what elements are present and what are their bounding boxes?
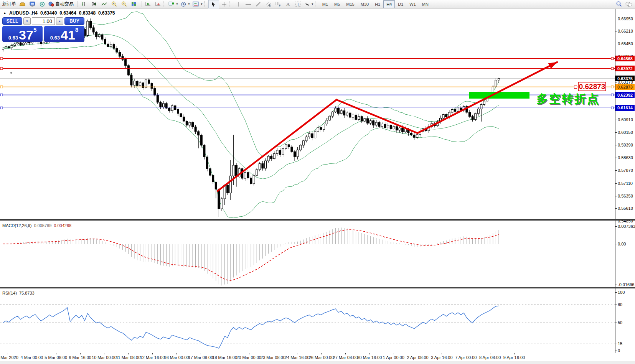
period-icon[interactable]: ▼ [180,0,191,8]
rsi-pane[interactable] [0,305,615,348]
line-handle[interactable] [0,58,3,60]
time-axis-label: 10 Mar 00:00 [92,355,117,360]
macd-pane[interactable] [3,227,499,285]
price-tick-mark [615,221,617,221]
crosshair-icon[interactable] [219,0,229,8]
main-chart-pane[interactable] [0,12,615,217]
line-handle[interactable] [0,86,3,88]
collapse-panel-icon[interactable]: ▲ [3,11,7,15]
timeframe-d1[interactable]: D1 [395,0,406,8]
price-tick-mark [615,208,617,209]
price-tick-mark [615,145,617,145]
price-line-badge: 0.64568 [615,56,635,61]
price-tick-mark [615,31,617,31]
timeframe-mn[interactable]: MN [419,0,432,8]
time-axis-label: 5 Mar 08:00 [45,355,67,360]
line-handle[interactable] [0,107,3,109]
sell-price-button[interactable]: 0.63 37 5 [2,26,43,42]
callout-handle[interactable] [574,86,577,89]
objects-icon[interactable] [153,0,163,8]
time-axis-label: 12 Mar 16:00 [140,355,165,360]
add-indicator-icon[interactable]: ▼ [167,0,180,8]
timeframe-m30[interactable]: M30 [358,0,372,8]
new-order-button[interactable]: 新订单 [1,0,17,8]
price-tick-mark [615,82,617,82]
pane-separator[interactable] [0,287,635,288]
line-handle[interactable] [0,94,3,96]
time-axis-label: 27 Mar 08:00 [333,355,358,360]
indicators-icon[interactable] [143,0,153,8]
deposit-icon[interactable] [17,0,27,8]
timeframe-m1[interactable]: M1 [319,0,331,8]
buy-button[interactable]: BUY [64,17,84,25]
rsi-tick-label: 80 [618,302,622,307]
time-axis-label: 2 Mar 2020 [0,355,18,360]
timeframe-m5[interactable]: M5 [331,0,343,8]
chat-icon[interactable] [624,0,634,8]
volume-decrease-button[interactable]: ▼ [23,17,31,25]
search-icon[interactable] [614,0,624,8]
pane-separator[interactable] [0,219,635,221]
zoom-in-icon[interactable] [109,0,119,8]
chart-header: ▲ AUDUSD-,H4 0.63440 0.63464 0.63348 0.6… [3,10,115,16]
line-handle[interactable] [611,86,614,88]
macd-histogram [3,227,499,285]
cursor-icon[interactable] [208,0,219,8]
macd-tick-mark [615,244,617,244]
line-handle[interactable] [611,58,614,60]
timeframe-h1[interactable]: H1 [372,0,383,8]
text-icon[interactable]: A [283,0,293,8]
buy-price-big: 41 [61,29,75,41]
line-chart-icon[interactable] [99,0,109,8]
timeframe-m15[interactable]: M15 [343,0,357,8]
signal-icon[interactable] [37,0,47,8]
volume-input[interactable]: 1.00 [32,17,55,25]
price-line-badge: 0.61614 [615,105,635,111]
price-tick-label: 0.66210 [618,29,633,33]
buy-price-button[interactable]: 0.63 41 8 [44,26,84,42]
time-axis-line [0,353,635,353]
rsi-tick-mark [615,292,617,293]
autotrading-button[interactable]: 自动交易 [47,0,75,8]
vertical-line-icon[interactable] [233,0,243,8]
timeframe-h4[interactable]: H4 [383,0,395,8]
line-handle[interactable] [611,107,614,109]
timeframe-group: M1M5M15M30H1H4D1W1MN [319,0,432,8]
sell-button[interactable]: SELL [2,17,22,25]
tile-windows-icon[interactable] [129,0,139,8]
volume-increase-button[interactable]: ▲ [56,17,63,25]
template-icon[interactable]: ▼ [191,0,204,8]
candlestick-chart-icon[interactable] [89,0,99,8]
zoom-out-icon[interactable] [119,0,129,8]
bar-chart-icon[interactable] [79,0,89,8]
horizontal-line-icon[interactable] [243,0,253,8]
line-handle[interactable] [611,68,614,70]
toolbar-separator [163,1,166,7]
turning-point-annotation[interactable]: 多空转折点 [536,91,600,107]
time-tick-mark [321,353,322,354]
time-tick-mark [201,353,201,354]
time-axis-label: 26 Mar 00:00 [309,355,334,360]
trendline-icon[interactable] [253,0,263,8]
shapes-icon[interactable]: ▼ [303,0,315,8]
svg-text:E: E [269,4,271,7]
candles [2,18,500,217]
timeframe-w1[interactable]: W1 [406,0,419,8]
chart-canvas[interactable] [0,0,615,364]
green-zone-rectangle[interactable] [469,92,529,99]
line-handle[interactable] [0,68,3,70]
time-axis-label: 3 Apr 16:00 [431,355,452,360]
price-callout[interactable]: 0.62873 [578,82,606,91]
fibonacci-icon[interactable]: F [273,0,283,8]
line-handle[interactable] [611,94,614,96]
time-axis-label: 9 Apr 16:00 [503,355,525,360]
channel-icon[interactable]: E [263,0,273,8]
terminal-icon[interactable] [27,0,37,8]
chevron-down-icon: ▼ [176,3,178,5]
chevron-down-icon: ▼ [311,3,314,5]
trend-arrow-segment[interactable] [336,100,417,133]
price-tick-label: 0.57110 [618,181,633,186]
label-icon[interactable]: T [293,0,303,8]
trend-arrow-segment[interactable] [218,100,336,191]
time-axis-label: 1 Apr 00:00 [383,355,404,360]
